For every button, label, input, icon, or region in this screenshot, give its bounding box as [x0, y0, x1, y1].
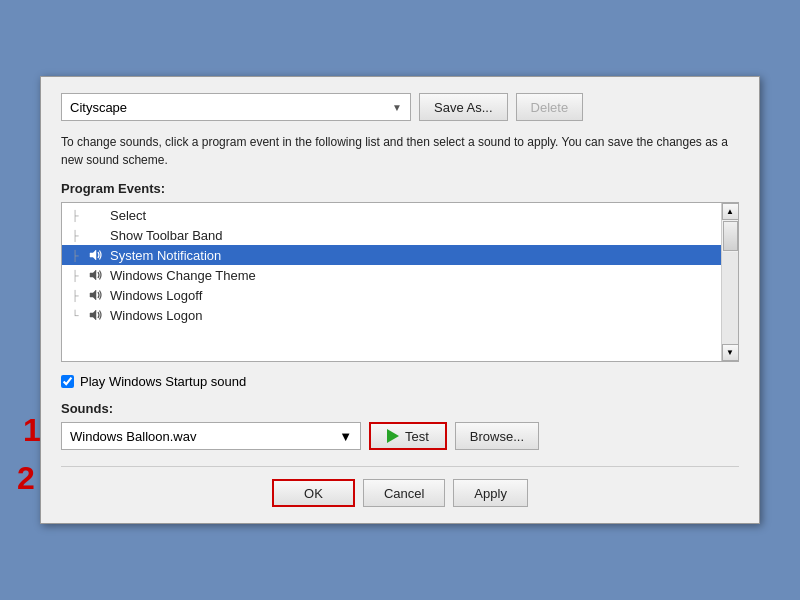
event-icon-show-toolbar — [86, 227, 106, 243]
event-label-show-toolbar: Show Toolbar Band — [110, 228, 223, 243]
test-label: Test — [405, 429, 429, 444]
tree-line: ├ — [68, 290, 82, 301]
sound-value: Windows Balloon.wav — [70, 429, 196, 444]
tree-line: ├ — [68, 270, 82, 281]
play-icon — [387, 429, 399, 443]
ok-button[interactable]: OK — [272, 479, 355, 507]
program-events-label: Program Events: — [61, 181, 739, 196]
save-as-button[interactable]: Save As... — [419, 93, 508, 121]
event-item-windows-logon[interactable]: └ Windows Logon — [62, 305, 738, 325]
apply-button[interactable]: Apply — [453, 479, 528, 507]
svg-marker-0 — [90, 250, 96, 260]
scheme-value: Cityscape — [70, 100, 127, 115]
scroll-up-arrow[interactable]: ▲ — [722, 203, 739, 220]
sounds-row: Windows Balloon.wav ▼ Test Browse... — [61, 422, 739, 450]
event-item-windows-change-theme[interactable]: ├ Windows Change Theme — [62, 265, 738, 285]
play-startup-label: Play Windows Startup sound — [80, 374, 246, 389]
delete-button[interactable]: Delete — [516, 93, 584, 121]
event-label-logoff: Windows Logoff — [110, 288, 202, 303]
chevron-down-icon: ▼ — [392, 102, 402, 113]
scroll-thumb[interactable] — [723, 221, 738, 251]
svg-marker-2 — [90, 290, 96, 300]
sound-dialog: Cityscape ▼ Save As... Delete To change … — [40, 76, 760, 524]
event-item-system-notification[interactable]: ├ System Notification — [62, 245, 738, 265]
bottom-row-wrapper: 2 OK Cancel Apply — [61, 466, 739, 507]
sounds-row-wrapper: 1 Windows Balloon.wav ▼ Test Browse... — [61, 422, 739, 450]
browse-button[interactable]: Browse... — [455, 422, 539, 450]
event-label-logon: Windows Logon — [110, 308, 203, 323]
tree-line: ├ — [68, 210, 82, 221]
tree-line: ├ — [68, 250, 82, 261]
event-label-change-theme: Windows Change Theme — [110, 268, 256, 283]
event-icon-select — [86, 207, 106, 223]
speaker-icon-system-notification — [86, 247, 106, 263]
svg-marker-3 — [90, 310, 96, 320]
speaker-icon-logon — [86, 307, 106, 323]
cancel-button[interactable]: Cancel — [363, 479, 445, 507]
description-text: To change sounds, click a program event … — [61, 133, 739, 169]
annotation-number-2: 2 — [17, 460, 35, 497]
event-label-system-notification: System Notification — [110, 248, 221, 263]
play-startup-checkbox[interactable] — [61, 375, 74, 388]
event-item-show-toolbar[interactable]: ├ Show Toolbar Band — [62, 225, 738, 245]
scheme-row: Cityscape ▼ Save As... Delete — [61, 93, 739, 121]
svg-marker-1 — [90, 270, 96, 280]
event-item-select[interactable]: ├ Select — [62, 205, 738, 225]
scheme-dropdown[interactable]: Cityscape ▼ — [61, 93, 411, 121]
scroll-down-arrow[interactable]: ▼ — [722, 344, 739, 361]
bottom-row: OK Cancel Apply — [61, 466, 739, 507]
startup-sound-row: Play Windows Startup sound — [61, 374, 739, 389]
event-item-windows-logoff[interactable]: ├ Windows Logoff — [62, 285, 738, 305]
speaker-icon-change-theme — [86, 267, 106, 283]
annotation-number-1: 1 — [23, 412, 41, 449]
speaker-icon-logoff — [86, 287, 106, 303]
sound-dropdown[interactable]: Windows Balloon.wav ▼ — [61, 422, 361, 450]
scroll-track — [722, 252, 738, 344]
event-label-select: Select — [110, 208, 146, 223]
scrollbar[interactable]: ▲ ▼ — [721, 203, 738, 361]
events-list: ├ Select ├ Show Toolbar Band ├ — [62, 203, 738, 327]
tree-line: ├ — [68, 230, 82, 241]
sounds-section-label: Sounds: — [61, 401, 739, 416]
events-list-container[interactable]: ├ Select ├ Show Toolbar Band ├ — [61, 202, 739, 362]
chevron-down-icon: ▼ — [339, 429, 352, 444]
test-button[interactable]: Test — [369, 422, 447, 450]
tree-line: └ — [68, 310, 82, 321]
